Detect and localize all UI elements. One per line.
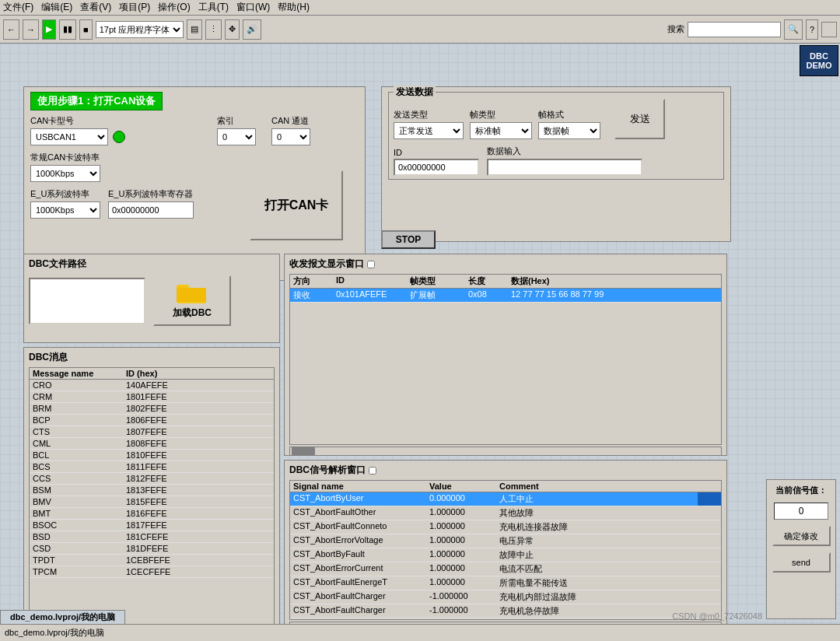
font-size-select[interactable]: 17pt 应用程序字体: [96, 21, 184, 38]
table-row[interactable]: CST_AbortByFault 1.000000 故障中止: [290, 548, 721, 562]
table-row[interactable]: CST_AbortFaultConneto 1.000000 充电机连接器故障: [290, 520, 721, 534]
table-row[interactable]: CST_AbortFaultEnergeT 1.000000 所需电量不能传送: [290, 576, 721, 590]
table-row[interactable]: 接收 0x101AFEFE 扩展帧 0x08 12 77 77 15 66 88…: [290, 289, 721, 303]
open-can-btn[interactable]: 打开CAN卡: [250, 170, 343, 240]
back-btn[interactable]: ←: [3, 19, 19, 40]
list-item[interactable]: BCP1806FEFE: [30, 415, 274, 426]
list-item[interactable]: BCL1810FEFE: [30, 450, 274, 461]
list-item[interactable]: BSD181CFEFE: [30, 531, 274, 543]
send-type-label: 发送类型: [394, 109, 464, 121]
list-item[interactable]: CML1808FEFE: [30, 438, 274, 450]
msg-display-checkbox[interactable]: [367, 261, 375, 268]
can-setup-title: 使用步骤1：打开CAN设备: [30, 92, 163, 110]
table-row[interactable]: CST_AbortFaultCharger -1.000000 充电机急停故障: [290, 604, 721, 618]
baudrate-select[interactable]: 1000Kbps: [30, 165, 100, 182]
table-row[interactable]: CST_AbortFaultOther 1.000000 其他故障: [290, 506, 721, 520]
frame-type-select[interactable]: 标准帧: [470, 122, 532, 139]
grid-btn[interactable]: ⋮: [205, 19, 222, 40]
eu-baud-select[interactable]: 1000Kbps: [30, 201, 100, 219]
data-input[interactable]: [487, 159, 642, 176]
list-item[interactable]: BCS1811FEFE: [30, 461, 274, 473]
dbc-messages-panel: DBC消息 Message name ID (hex) CRO140AFEFE …: [23, 347, 280, 631]
menu-view[interactable]: 查看(V): [80, 1, 111, 14]
card-select[interactable]: USBCAN1: [30, 128, 108, 145]
msg-header-frame: 帧类型: [407, 275, 465, 288]
send-panel-title: 发送数据: [394, 86, 436, 99]
menu-edit[interactable]: 编辑(E): [41, 1, 72, 14]
load-dbc-btn[interactable]: 加载DBC: [153, 275, 231, 326]
list-item[interactable]: CRO140AFEFE: [30, 380, 274, 391]
signal-decode-header: Signal name Value Comment: [290, 481, 721, 492]
msg-header-dir: 方向: [290, 275, 333, 288]
menu-operate[interactable]: 操作(O): [158, 1, 190, 14]
search-btn[interactable]: 🔍: [784, 19, 803, 40]
search-input[interactable]: [688, 22, 781, 37]
dbc-logo: DBC DEMO: [800, 45, 838, 76]
table-row[interactable]: CST_AbortFaultCharger -1.000000 充电机过温故障: [290, 618, 721, 619]
table-row[interactable]: CST_AbortErrorCurrent 1.000000 电流不匹配: [290, 562, 721, 576]
list-item[interactable]: TPDT1CEBFEFE: [30, 555, 274, 566]
confirm-modify-btn[interactable]: 确定修改: [772, 526, 831, 546]
eu-baud-reg-input[interactable]: 0x00000000: [108, 201, 194, 219]
eu-baud-reg-label: E_U系列波特率寄存器: [108, 188, 194, 200]
index-label: 索引: [217, 115, 256, 127]
pause-btn[interactable]: ▮▮: [59, 19, 76, 40]
list-item[interactable]: TPCM1CECFEFE: [30, 566, 274, 578]
zoom-btn[interactable]: ✥: [225, 19, 240, 40]
send-small-btn[interactable]: send: [772, 552, 831, 573]
list-item[interactable]: BRM1802FEFE: [30, 403, 274, 415]
send-type-select[interactable]: 正常发送: [394, 122, 464, 139]
statusbar: dbc_demo.lvproj/我的电脑: [0, 624, 840, 641]
signal-decode-panel: DBC信号解析窗口 Signal name Value Comment CST_…: [284, 460, 727, 631]
dbc-messages-header: Message name ID (hex): [30, 368, 274, 380]
forward-btn[interactable]: →: [23, 19, 39, 40]
sig-header-val: Value: [426, 481, 496, 492]
msg-header-len: 长度: [465, 275, 508, 288]
main-area: DBC DEMO 使用步骤1：打开CAN设备 CAN卡型号 USBCAN1 常规…: [0, 44, 840, 641]
list-item[interactable]: BSM1813FEFE: [30, 485, 274, 496]
list-item[interactable]: CSD181DFEFE: [30, 543, 274, 555]
stop-btn[interactable]: STOP: [381, 230, 436, 249]
signal-decode-title: DBC信号解析窗口: [289, 464, 722, 477]
statusbar-path: dbc_demo.lvproj/我的电脑: [5, 627, 104, 639]
menu-help[interactable]: 帮助(H): [278, 1, 310, 14]
dbc-messages-scroll[interactable]: CRO140AFEFE CRM1801FEFE BRM1802FEFE BCP1…: [30, 380, 274, 606]
send-btn[interactable]: 发送: [614, 99, 665, 139]
table-row[interactable]: CST_AbortByUser 0.000000 人工中止: [290, 492, 721, 506]
list-item[interactable]: CTS1807FEFE: [30, 426, 274, 438]
send-panel: 发送数据 发送类型 正常发送 帧类型 标准帧 帧格式: [381, 86, 731, 242]
stop-toolbar-btn[interactable]: ■: [79, 19, 93, 40]
dbc-logo-line2: DEMO: [807, 61, 832, 70]
tab-dbc-demo[interactable]: dbc_demo.lvproj/我的电脑: [0, 610, 125, 624]
signal-decode-scroll[interactable]: CST_AbortByUser 0.000000 人工中止 CST_AbortF…: [290, 492, 721, 619]
dbc-path-panel: DBC文件路径 加载DBC: [23, 254, 280, 343]
run-btn[interactable]: ▶: [42, 19, 56, 40]
msg-header-name: Message name: [30, 368, 123, 379]
align-btn[interactable]: ▤: [187, 19, 202, 40]
msg-header-data: 数据(Hex): [508, 275, 709, 288]
menu-project[interactable]: 项目(P): [119, 1, 150, 14]
list-item[interactable]: BMV1815FEFE: [30, 496, 274, 508]
speaker-btn[interactable]: 🔊: [243, 19, 261, 40]
help-btn[interactable]: ?: [806, 19, 818, 40]
svg-rect-2: [177, 288, 206, 302]
signal-value-label: 当前信号值：: [775, 485, 827, 496]
grid-view-btn[interactable]: [821, 22, 837, 37]
frame-format-select[interactable]: 数据帧: [538, 122, 600, 139]
menu-window[interactable]: 窗口(W): [236, 1, 270, 14]
list-item[interactable]: CCS1812FEFE: [30, 473, 274, 485]
dbc-path-title: DBC文件路径: [29, 257, 275, 271]
dbc-logo-line1: DBC: [810, 51, 828, 61]
menu-file[interactable]: 文件(F): [3, 1, 33, 14]
signal-decode-checkbox[interactable]: [369, 467, 376, 475]
signal-value-input[interactable]: 0: [774, 503, 828, 520]
table-row[interactable]: CST_AbortFaultCharger -1.000000 充电机内部过温故…: [290, 590, 721, 604]
list-item[interactable]: BSOC1817FEFE: [30, 520, 274, 531]
table-row[interactable]: CST_AbortErrorVoltage 1.000000 电压异常: [290, 534, 721, 548]
list-item[interactable]: BMT1816FEFE: [30, 508, 274, 520]
id-input[interactable]: 0x00000000: [394, 159, 479, 176]
channel-select[interactable]: 0: [271, 128, 310, 145]
list-item[interactable]: CRM1801FEFE: [30, 391, 274, 403]
menu-tools[interactable]: 工具(T): [198, 1, 229, 14]
index-select[interactable]: 0: [217, 128, 256, 145]
